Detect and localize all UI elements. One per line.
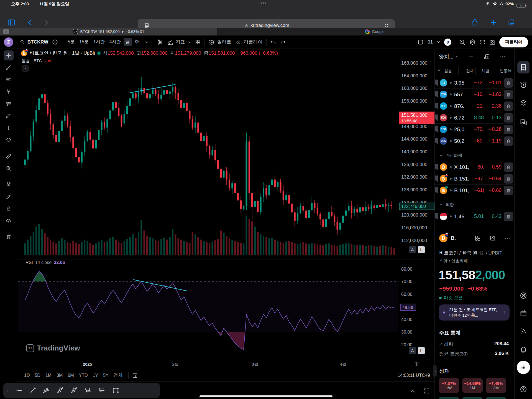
reload-icon[interactable] [384, 23, 389, 28]
compare-add-icon[interactable] [52, 39, 58, 45]
details-symbol[interactable]: B. [451, 235, 456, 241]
home-indicator[interactable] [200, 395, 332, 397]
brush-tool-icon[interactable] [4, 111, 14, 121]
row-delete-button[interactable] [504, 212, 513, 221]
trend-point-icon[interactable] [27, 384, 39, 397]
sidebar-toggle-icon[interactable] [7, 18, 16, 27]
snapshot-camera-icon[interactable] [489, 39, 496, 45]
range-전체[interactable]: 전체 [111, 371, 125, 379]
strip-news-feed-icon[interactable] [519, 327, 528, 335]
row-delete-button[interactable] [504, 125, 513, 134]
publish-button[interactable]: 퍼블리쉬 [499, 37, 528, 47]
legend-collapse-button[interactable] [22, 65, 29, 72]
price-chart[interactable]: 168,000,000164,000,000160,000,000156,000… [17, 49, 434, 359]
watchlist-chevron-icon[interactable] [455, 55, 459, 59]
pitchfork-tool-icon[interactable] [4, 87, 14, 96]
back-icon[interactable] [26, 19, 34, 27]
scroll-up-icon[interactable] [409, 388, 416, 395]
maximize-pane-icon[interactable] [423, 388, 430, 394]
ruler-tool-icon[interactable] [4, 151, 14, 161]
row-delete-button[interactable] [504, 90, 513, 99]
row-flag-icon[interactable] [434, 103, 438, 110]
watchlist-title[interactable]: 왓치... [439, 53, 454, 60]
alert-button[interactable]: 얼러트 [208, 39, 231, 45]
multi-lines-tool-icon[interactable] [4, 75, 14, 85]
notification-badge[interactable]: 0 [444, 39, 451, 46]
row-symbol[interactable]: X 101, [454, 164, 469, 170]
user-avatar[interactable]: Z [4, 37, 13, 47]
parallel-channel-icon[interactable] [82, 384, 94, 397]
share-icon[interactable] [471, 18, 479, 26]
chart-area[interactable]: 168,000,000164,000,000160,000,000156,000… [17, 49, 434, 359]
panel-collapse-tab[interactable]: › [433, 365, 437, 377]
chart-style-icon[interactable] [157, 39, 163, 45]
row-delete-button[interactable] [504, 113, 513, 123]
fullscreen-icon[interactable] [479, 39, 485, 45]
row-delete-button[interactable] [504, 136, 513, 146]
lock-tool-icon[interactable] [4, 204, 14, 214]
row-delete-button[interactable] [504, 174, 513, 184]
row-symbol[interactable]: 1,45 [454, 214, 464, 220]
row-symbol[interactable]: 3,95 [454, 80, 464, 86]
chart-legend[interactable]: ₿ 비트코인 / 한국 원 · 1날 · UpBit 시152,542,000고… [21, 50, 278, 56]
layout-select-icon[interactable] [417, 39, 424, 45]
crosshair-tool-icon[interactable] [4, 50, 14, 60]
range-1Y[interactable]: 1Y [90, 372, 101, 379]
col-pct[interactable]: 변동% [491, 67, 513, 75]
watchlist-more-icon[interactable] [500, 54, 506, 60]
redo-icon[interactable] [280, 39, 286, 45]
row-delete-button[interactable] [504, 78, 513, 88]
details-more-icon[interactable] [504, 235, 510, 241]
forward-icon[interactable] [42, 19, 50, 27]
details-title-row[interactable]: 비트코인 / 한국 원 • UPBIT [439, 250, 502, 256]
timeframe-주[interactable]: 주 [133, 38, 141, 46]
row-flag-icon[interactable] [434, 176, 438, 182]
strip-bell-icon[interactable] [519, 345, 528, 354]
strip-help-icon[interactable] [519, 385, 528, 393]
tabs-overview-icon[interactable] [508, 19, 515, 26]
watchlist-section-외환[interactable]: 외환 [435, 199, 514, 211]
external-link-icon[interactable] [479, 251, 484, 255]
timeframe-1시간[interactable]: 1시간 [91, 38, 107, 46]
settings-icon[interactable] [469, 39, 476, 45]
col-price[interactable]: 현재 [458, 67, 475, 75]
performance-tile-3M[interactable]: −7.49%3M [486, 378, 506, 393]
performance-tile-1M[interactable]: −14.66%1M [462, 378, 483, 393]
row-flag-icon[interactable] [434, 138, 438, 144]
quick-search-icon[interactable] [459, 39, 466, 45]
performance-tile[interactable] [462, 397, 483, 399]
strip-watchlist-icon[interactable] [517, 61, 530, 73]
horizontal-ray-icon[interactable] [13, 384, 25, 397]
zoom-in-tool-icon[interactable] [4, 163, 14, 173]
row-symbol[interactable]: 50,2 [454, 138, 464, 144]
range-3M[interactable]: 3M [54, 372, 65, 379]
watchlist-row[interactable]: 1,455.010.43 [435, 211, 514, 222]
strip-layers-icon[interactable] [519, 99, 528, 107]
pattern-ac-icon[interactable]: AC [68, 384, 80, 397]
col-symbol[interactable]: 심볼 [444, 68, 452, 73]
replay-button[interactable]: 리플레이 [235, 39, 263, 45]
watchlist-row[interactable]: K➚876.−21.−2.38 [435, 100, 514, 112]
volume-legend[interactable]: 볼륨 · BTC 208 [22, 58, 51, 63]
strip-radar-icon[interactable] [519, 291, 528, 300]
row-flag-icon[interactable] [434, 187, 438, 194]
new-tab-icon[interactable] [490, 19, 497, 26]
axis-settings-gear-icon[interactable] [414, 361, 419, 367]
trash-tool-icon[interactable] [4, 232, 14, 242]
watchlist-grid-icon[interactable] [484, 54, 490, 60]
edit-tool-icon[interactable] [4, 192, 14, 202]
rsi-legend[interactable]: RSI 14 close 32.06 [25, 260, 65, 265]
row-flag-icon[interactable] [434, 91, 438, 98]
row-delete-button[interactable] [504, 186, 513, 195]
row-symbol[interactable]: 6,72 [454, 115, 464, 121]
sliders-tool-icon[interactable] [4, 99, 14, 109]
elliott-wave-icon[interactable] [40, 384, 53, 397]
clock[interactable]: 14:03:11 UTC+9 [398, 373, 430, 378]
pattern-15-icon[interactable]: 15 [54, 384, 66, 397]
range-5D[interactable]: 5D [32, 372, 43, 379]
watchlist-section-가상화폐[interactable]: 가상화폐 [435, 149, 514, 161]
col-change[interactable]: 체결 [475, 67, 491, 75]
range-6M[interactable]: 6M [65, 372, 76, 379]
rectangle-icon[interactable] [110, 384, 122, 397]
strip-chat-icon[interactable] [519, 118, 528, 126]
